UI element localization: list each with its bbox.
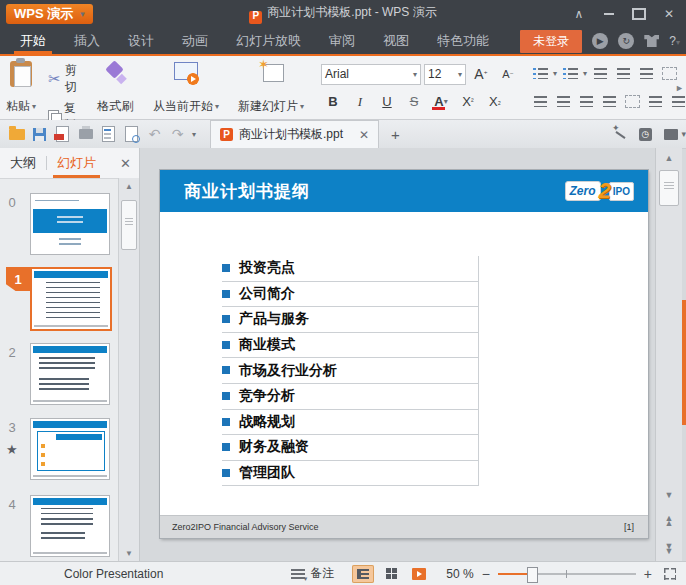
slide-sorter-view-button[interactable] <box>380 565 402 583</box>
slide-page[interactable]: 商业计划书提纲 Zero 2 IPO 投资亮点公司简介产品与服务商业模式市场及行… <box>160 170 648 538</box>
canvas-scrollbar[interactable]: ▲ ▼ ▲▲ ▼▼ <box>655 148 682 562</box>
slide-thumbnail-1[interactable]: 1 <box>30 267 112 331</box>
shrink-font-button[interactable]: A⁻ <box>496 64 520 84</box>
ribbon-tab-特色功能[interactable]: 特色功能 <box>423 28 503 54</box>
zoom-in-button[interactable]: + <box>644 566 652 582</box>
document-check-button[interactable] <box>123 126 140 142</box>
subscript-button[interactable]: X₂ <box>483 92 507 112</box>
quick-access-dropdown-icon[interactable]: ▾ <box>192 130 196 139</box>
underline-button[interactable]: U <box>375 92 399 112</box>
scroll-up-icon[interactable]: ▲ <box>119 182 139 191</box>
save-button[interactable] <box>31 126 48 142</box>
slide-thumbnail-4[interactable] <box>30 495 110 557</box>
ribbon-tab-设计[interactable]: 设计 <box>114 28 168 54</box>
zoom-out-button[interactable]: − <box>482 566 490 582</box>
play-from-current-button[interactable]: 从当前开始▾ <box>143 56 229 119</box>
text-direction-button[interactable] <box>636 65 656 83</box>
ribbon-tab-开始[interactable]: 开始 <box>6 28 60 54</box>
play-circle-icon[interactable]: ▶ <box>592 33 608 49</box>
wps-menu-button[interactable]: ⚑ WPS 演示 ▾ <box>6 4 93 24</box>
bullet-item[interactable]: 财务及融资 <box>222 435 479 461</box>
bold-button[interactable]: B <box>321 92 345 112</box>
open-file-button[interactable] <box>8 126 25 142</box>
undo-button[interactable]: ↶ <box>146 126 163 142</box>
paragraph-spacing-button[interactable] <box>668 92 686 110</box>
ribbon-tab-插入[interactable]: 插入 <box>60 28 114 54</box>
redo-button[interactable]: ↷ <box>169 126 186 142</box>
task-pane-handle[interactable] <box>682 300 686 425</box>
increase-indent-button[interactable] <box>613 65 633 83</box>
chevron-down-icon[interactable]: ▾ <box>553 69 557 78</box>
export-pdf-button[interactable] <box>54 126 71 142</box>
document-tab[interactable]: P 商业计划书模板.ppt ✕ <box>210 120 379 148</box>
bullet-item[interactable]: 市场及行业分析 <box>222 358 479 384</box>
ribbon-tab-审阅[interactable]: 审阅 <box>315 28 369 54</box>
previous-slide-button[interactable]: ▲▲ <box>656 516 682 526</box>
thumbnail-scrollbar-thumb[interactable] <box>121 200 137 250</box>
scroll-up-icon[interactable]: ▲ <box>656 153 682 163</box>
bullet-item[interactable]: 投资亮点 <box>222 256 479 282</box>
print-preview-button[interactable] <box>100 126 117 142</box>
magic-wand-icon[interactable] <box>613 127 627 141</box>
slide-title-bar[interactable]: 商业计划书提纲 Zero 2 IPO <box>160 170 648 212</box>
close-panel-icon[interactable]: ✕ <box>120 156 131 171</box>
login-button[interactable]: 未登录 <box>520 30 582 53</box>
format-painter-button[interactable]: 格式刷 <box>91 56 139 119</box>
notes-button[interactable]: 备注 <box>291 565 334 582</box>
maximize-button[interactable] <box>626 3 652 25</box>
bullet-item[interactable]: 产品与服务 <box>222 307 479 333</box>
ribbon-tab-动画[interactable]: 动画 <box>168 28 222 54</box>
ribbon-expand-arrow[interactable]: ► <box>675 83 684 93</box>
slide-editor-canvas[interactable]: 商业计划书提纲 Zero 2 IPO 投资亮点公司简介产品与服务商业模式市场及行… <box>140 148 656 562</box>
sync-circle-icon[interactable]: ↻ <box>618 33 634 49</box>
workspace-layout-icon[interactable] <box>664 129 678 140</box>
slide-thumbnail-2[interactable] <box>30 343 110 405</box>
new-slide-button[interactable]: 新建幻灯片▾ <box>229 56 313 119</box>
history-clock-icon[interactable]: ◷ <box>639 128 652 141</box>
decrease-indent-button[interactable] <box>590 65 610 83</box>
align-center-button[interactable] <box>553 92 573 110</box>
scroll-down-icon[interactable]: ▼ <box>119 549 139 558</box>
font-color-button[interactable]: A▾ <box>429 92 453 112</box>
new-document-tab-button[interactable]: + <box>391 126 400 143</box>
slideshow-view-button[interactable] <box>408 565 430 583</box>
ribbon-tab-幻灯片放映[interactable]: 幻灯片放映 <box>222 28 315 54</box>
collapse-ribbon-icon[interactable]: ∧ <box>566 3 592 25</box>
bullet-list-button[interactable] <box>530 65 550 83</box>
text-box-button[interactable] <box>659 65 679 83</box>
bullet-item[interactable]: 商业模式 <box>222 333 479 359</box>
print-button[interactable] <box>77 126 94 142</box>
ribbon-tab-视图[interactable]: 视图 <box>369 28 423 54</box>
numbered-list-button[interactable] <box>560 65 580 83</box>
justify-button[interactable] <box>599 92 619 110</box>
distribute-button[interactable] <box>622 92 642 110</box>
strikethrough-button[interactable]: S <box>402 92 426 112</box>
zoom-slider-handle[interactable] <box>527 567 538 583</box>
superscript-button[interactable]: X² <box>456 92 480 112</box>
bullet-item[interactable]: 管理团队 <box>222 461 479 487</box>
bullet-item[interactable]: 竞争分析 <box>222 384 479 410</box>
bullet-item[interactable]: 公司简介 <box>222 282 479 308</box>
close-document-icon[interactable]: ✕ <box>359 128 369 142</box>
minimize-button[interactable] <box>596 3 622 25</box>
fit-to-window-icon[interactable] <box>664 568 676 580</box>
close-button[interactable]: ✕ <box>656 3 682 25</box>
help-button[interactable]: ?▾ <box>669 34 680 48</box>
chevron-down-icon[interactable]: ▾ <box>583 69 587 78</box>
skin-icon[interactable] <box>644 35 659 47</box>
bullet-item[interactable]: 战略规划 <box>222 410 479 436</box>
font-size-select[interactable]: 12▾ <box>424 64 466 85</box>
slide-title[interactable]: 商业计划书提纲 <box>184 180 310 203</box>
zoom-slider[interactable] <box>498 573 636 575</box>
align-left-button[interactable] <box>530 92 550 110</box>
grow-font-button[interactable]: A⁺ <box>469 64 493 84</box>
font-family-select[interactable]: Arial▾ <box>321 64 421 85</box>
italic-button[interactable]: I <box>348 92 372 112</box>
slide-thumbnail-3[interactable] <box>30 418 110 480</box>
tab-slides[interactable]: 幻灯片 <box>47 148 106 178</box>
normal-view-button[interactable] <box>352 565 374 583</box>
align-right-button[interactable] <box>576 92 596 110</box>
tab-outline[interactable]: 大纲 <box>0 148 46 178</box>
thumbnail-scrollbar[interactable]: ▲ ▼ <box>118 178 139 562</box>
canvas-scrollbar-thumb[interactable] <box>659 170 679 206</box>
